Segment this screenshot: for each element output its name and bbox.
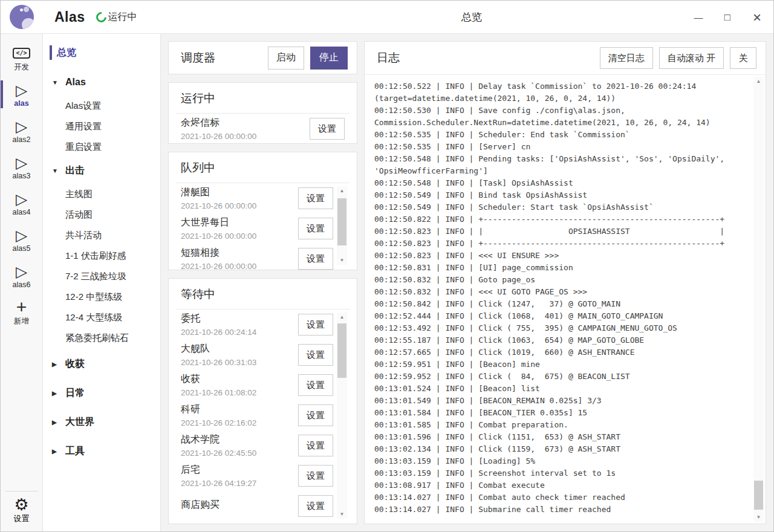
log-line: 00:12:50.548 | INFO | [Task] OpsiAshAssi… xyxy=(374,177,747,189)
menu-item[interactable]: 主线图 xyxy=(43,184,160,204)
menu-item[interactable]: Alas xyxy=(43,69,160,96)
log-line: 00:12:59.951 | INFO | [Beacon] mine xyxy=(374,358,747,371)
menu-item[interactable]: 活动图 xyxy=(43,204,160,225)
scrollbar-thumb[interactable] xyxy=(337,323,346,378)
log-header: 日志 清空日志 自动滚动 开 关 xyxy=(365,42,766,75)
log-line: 00:12:50.831 | INFO | [UI] page_commissi… xyxy=(374,262,747,274)
scrollbar-thumb[interactable] xyxy=(754,481,763,510)
rail-item[interactable]: alas6 xyxy=(1,258,42,294)
menu-item[interactable]: 通用设置 xyxy=(43,116,160,137)
queued-title: 队列中 xyxy=(169,152,357,183)
menu-item[interactable]: 共斗活动 xyxy=(43,225,160,245)
rail-item[interactable]: alas5 xyxy=(1,221,42,258)
task-name: 科研 xyxy=(181,403,298,416)
menu-item[interactable]: Alas设置 xyxy=(43,96,160,116)
menu-item-label: 活动图 xyxy=(65,209,93,221)
waiting-title: 等待中 xyxy=(169,279,357,309)
log-line: 00:12:50.535 | INFO | [Server] cn xyxy=(374,141,747,153)
menu-item[interactable]: 紧急委托刷钻石 xyxy=(43,328,160,348)
task-config-button[interactable]: 设置 xyxy=(298,465,333,487)
clear-log-button[interactable]: 清空日志 xyxy=(600,47,653,69)
log-line: 00:13:01.524 | INFO | [Beacon] list xyxy=(374,383,747,395)
task-name: 余烬信标 xyxy=(181,117,310,129)
maximize-icon[interactable]: □ xyxy=(721,11,734,24)
task-name: 收获 xyxy=(181,373,298,386)
autoscroll-off-button[interactable]: 关 xyxy=(730,47,756,69)
rail-item-label: alas4 xyxy=(13,208,31,216)
menu-item[interactable]: 收获 xyxy=(43,351,160,377)
task-time: 2021-10-26 00:00:00 xyxy=(181,232,298,241)
start-button[interactable]: 启动 xyxy=(268,47,304,70)
rail-item[interactable]: alas4 xyxy=(1,185,42,221)
log-line: 00:12:50.822 | INFO | +-----------------… xyxy=(374,213,747,225)
stop-button[interactable]: 停止 xyxy=(310,47,348,70)
task-row: 余烬信标 2021-10-26 00:00:00 设置 xyxy=(169,114,357,144)
task-time: 2021-10-26 04:19:27 xyxy=(181,479,298,488)
app-window: Alas 运行中 总览 — □ × 开发 xyxy=(0,0,774,532)
rail-item[interactable]: 新增 xyxy=(1,294,42,330)
task-config-button[interactable]: 设置 xyxy=(298,248,333,270)
rail-item[interactable]: alas2 xyxy=(1,112,42,149)
task-config-button[interactable]: 设置 xyxy=(298,344,333,366)
task-name: 潜艇图 xyxy=(181,186,298,199)
scroll-up-icon[interactable] xyxy=(753,77,764,86)
rail-item[interactable]: alas xyxy=(1,76,42,112)
log-line: 00:12:50.549 | INFO | Bind task OpsiAshA… xyxy=(374,189,747,201)
log-line: 00:12:59.952 | INFO | Click ( 84, 675) @… xyxy=(374,371,747,383)
task-config-button[interactable]: 设置 xyxy=(310,118,345,140)
menu-item[interactable]: 出击 xyxy=(43,157,160,184)
task-config-button[interactable]: 设置 xyxy=(298,187,333,209)
task-info: 委托 2021-10-26 00:24:14 xyxy=(181,313,298,337)
scrollbar-thumb[interactable] xyxy=(337,198,346,245)
task-config-button[interactable]: 设置 xyxy=(298,314,333,336)
scroll-up-icon[interactable] xyxy=(337,313,347,322)
menu-item[interactable]: 重启设置 xyxy=(43,137,160,157)
log-scrollbar[interactable] xyxy=(753,77,764,522)
task-name: 商店购买 xyxy=(181,499,298,511)
log-line: 00:12:50.823 | INFO | <<< UI ENSURE >>> xyxy=(374,250,747,262)
task-config-button[interactable]: 设置 xyxy=(298,218,333,239)
task-info: 余烬信标 2021-10-26 00:00:00 xyxy=(181,117,310,141)
task-info: 短猫相接 2021-10-26 00:00:00 xyxy=(181,247,298,270)
minimize-icon[interactable]: — xyxy=(691,11,704,24)
task-info: 大舰队 2021-10-26 00:31:03 xyxy=(181,343,298,367)
menu-item[interactable]: 总览 xyxy=(43,42,160,63)
task-config-button[interactable]: 设置 xyxy=(298,374,333,396)
menu-item-label: 7-2 三战捡垃圾 xyxy=(65,271,126,282)
queued-panel: 队列中 潜艇图 2021-10-26 00:00:00 设置 xyxy=(168,152,357,270)
rail-settings-button[interactable]: 设置 xyxy=(1,493,42,528)
task-config-button[interactable]: 设置 xyxy=(298,404,333,426)
menu-item[interactable]: 12-4 大型练级 xyxy=(43,307,160,328)
autoscroll-on-button[interactable]: 自动滚动 开 xyxy=(659,47,724,69)
log-line: 00:12:52.444 | INFO | Click (1068, 401) … xyxy=(374,310,747,322)
collapse-arrow-icon xyxy=(52,390,65,397)
task-name: 战术学院 xyxy=(181,433,298,446)
task-config-button[interactable]: 设置 xyxy=(298,435,333,456)
menu-item[interactable]: 工具 xyxy=(43,438,160,464)
log-content[interactable]: 00:12:50.522 | INFO | Delay task `Commis… xyxy=(365,75,766,524)
rail-item[interactable]: alas3 xyxy=(1,149,42,185)
task-config-button[interactable]: 设置 xyxy=(298,495,333,517)
task-info: 后宅 2021-10-26 04:19:27 xyxy=(181,464,298,488)
log-line: 00:12:50.832 | INFO | <<< UI GOTO PAGE_O… xyxy=(374,286,747,298)
menu-item[interactable]: 7-2 三战捡垃圾 xyxy=(43,266,160,287)
log-panel: 日志 清空日志 自动滚动 开 关 00:12:50.522 | INFO | D… xyxy=(364,41,766,524)
log-line: 00:12:50.823 | INFO | | OPSIASHASSIST | xyxy=(374,225,747,238)
log-line: 00:13:01.596 | INFO | Click (1151, 653) … xyxy=(374,431,747,443)
scroll-up-icon[interactable] xyxy=(337,186,347,195)
waiting-scrollbar[interactable] xyxy=(337,313,347,519)
scroll-down-icon[interactable] xyxy=(753,513,764,522)
running-panel: 运行中 余烬信标 2021-10-26 00:00:00 设置 xyxy=(168,82,357,144)
menu-item[interactable]: 日常 xyxy=(43,380,160,406)
menu-item[interactable]: 12-2 中型练级 xyxy=(43,287,160,307)
rail-item[interactable]: 开发 xyxy=(1,40,42,76)
menu-item-label: 工具 xyxy=(65,445,85,458)
queued-scrollbar[interactable] xyxy=(337,186,347,265)
scroll-down-icon[interactable] xyxy=(337,256,347,265)
rail-item-icon xyxy=(13,44,30,62)
scroll-down-icon[interactable] xyxy=(337,510,347,519)
menu-item[interactable]: 1-1 伏击刷好感 xyxy=(43,245,160,266)
menu-item[interactable]: 大世界 xyxy=(43,409,160,435)
task-name: 短猫相接 xyxy=(181,247,298,259)
close-icon[interactable]: × xyxy=(750,11,764,24)
